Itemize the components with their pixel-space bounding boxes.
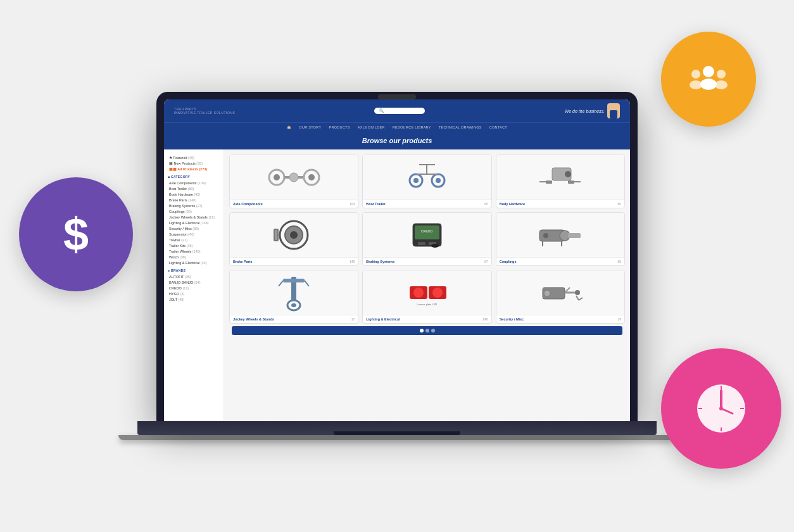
svg-point-0 — [703, 66, 714, 77]
logo: TrailParts Innovative Trailer Solutions — [174, 107, 235, 115]
page-title: Browse our products — [362, 137, 432, 144]
nav-home[interactable]: 🏠 — [287, 125, 291, 129]
product-card-brake[interactable]: Brake Parts 145 — [229, 212, 358, 266]
sidebar-brake-parts[interactable]: Brake Parts (140) — [168, 197, 220, 203]
product-card-axle[interactable]: Axle Components 104 — [229, 155, 358, 208]
product-image-boat — [363, 155, 491, 200]
svg-point-37 — [290, 231, 298, 239]
product-card-lighting[interactable]: Licence plate LED Lighting & Electrical … — [362, 270, 491, 324]
product-card-body[interactable]: Body Hardware 80 — [496, 155, 625, 208]
page-title-bar: Browse our products — [164, 132, 630, 149]
sidebar-banjo[interactable]: BANJO BANJO (54) — [168, 279, 220, 285]
sidebar-featured[interactable]: Featured (46) — [168, 155, 220, 160]
sidebar-jockey-wheels[interactable]: Jockey Wheels & Stands (11) — [168, 214, 220, 220]
nav-contact[interactable]: CONTACT — [489, 125, 507, 129]
svg-point-21 — [289, 173, 298, 182]
nav-resource-library[interactable]: RESOURCE LIBRARY — [393, 125, 431, 129]
sidebar-body-hardware[interactable]: Body Hardware (42) — [168, 191, 220, 197]
svg-point-25 — [436, 178, 441, 183]
product-count-couplings: 58 — [617, 260, 621, 263]
sidebar-winch[interactable]: Winch (38) — [168, 254, 220, 260]
svg-rect-15 — [610, 110, 617, 118]
product-name-boat: Boat Trailer — [366, 202, 385, 206]
page-dot-1[interactable] — [420, 329, 424, 332]
product-name-brake: Brake Parts — [233, 260, 253, 263]
nav-products[interactable]: PRODUCTS — [329, 125, 350, 129]
products-area: Axle Components 104 — [224, 149, 630, 421]
page-dot-3[interactable] — [431, 329, 435, 332]
svg-point-1 — [700, 79, 717, 90]
product-count-lighting: 148 — [482, 317, 488, 321]
clock-circle — [661, 348, 781, 469]
product-count-brake: 145 — [350, 260, 355, 263]
sidebar-security[interactable]: Security / Misc (65) — [168, 225, 220, 231]
sidebar-hygo[interactable]: HYGO (3) — [168, 291, 220, 296]
product-card-jockey[interactable]: Jockey Wheels & Stands 17 — [229, 270, 358, 324]
product-count-body: 80 — [617, 202, 621, 206]
product-info-lighting: Lighting & Electrical 148 — [363, 315, 491, 323]
product-name-braking: Braking Systems — [366, 260, 394, 263]
search-input[interactable] — [374, 108, 425, 114]
svg-rect-43 — [418, 242, 425, 245]
sidebar-braking-systems[interactable]: Braking Systems (27) — [168, 203, 220, 208]
laptop-foot — [118, 435, 676, 440]
product-card-security[interactable]: Security / Misc 19 — [496, 270, 625, 324]
svg-point-3 — [690, 80, 702, 89]
sidebar-trailer-wheels[interactable]: Trailer Wheels (140) — [168, 248, 220, 254]
svg-point-23 — [413, 178, 419, 183]
sidebar-axle-components[interactable]: Axle Components (104) — [168, 180, 220, 186]
laptop-screen: TrailParts Innovative Trailer Solutions … — [156, 92, 638, 421]
product-name-body: Body Hardware — [500, 202, 525, 206]
nav-axle-builder[interactable]: AXLE BUILDER — [358, 125, 385, 129]
sidebar-couplings[interactable]: Couplings (30) — [168, 208, 220, 214]
product-card-braking[interactable]: CREDO Braking Systems 87 — [362, 212, 491, 266]
svg-line-69 — [579, 298, 583, 300]
nav-our-story[interactable]: OUR STORY — [299, 125, 321, 129]
svg-line-68 — [576, 296, 579, 300]
sidebar-autofit[interactable]: AUTOFIT (35) — [168, 274, 220, 279]
main-content: Featured (46) New Products (35) All Prod… — [164, 149, 630, 421]
product-name-couplings: Couplings — [500, 260, 517, 263]
sidebar-lighting2[interactable]: Lighting & Electrical (42) — [168, 260, 220, 265]
sidebar-towbar[interactable]: Towbar (21) — [168, 237, 220, 243]
svg-text:Licence plate LED: Licence plate LED — [417, 303, 438, 306]
site-header: TrailParts Innovative Trailer Solutions … — [164, 99, 630, 122]
sidebar-new-products[interactable]: New Products (35) — [168, 160, 220, 166]
group-circle — [661, 32, 756, 127]
product-name-lighting: Lighting & Electrical — [366, 317, 400, 321]
svg-point-60 — [413, 288, 424, 298]
svg-point-4 — [717, 70, 726, 79]
sidebar-all-products[interactable]: All Products (273) — [168, 166, 220, 172]
page-dot-2[interactable] — [425, 329, 429, 332]
laptop-container: TrailParts Innovative Trailer Solutions … — [118, 92, 676, 440]
svg-point-49 — [543, 233, 548, 238]
sidebar-credo[interactable]: CREDO (11) — [168, 285, 220, 291]
product-image-couplings — [496, 213, 624, 257]
product-count-jockey: 17 — [351, 317, 355, 321]
product-count-axle: 104 — [350, 202, 355, 206]
product-card-boat[interactable]: Boat Trailer 80 — [362, 155, 491, 208]
dollar-icon: $ — [63, 208, 89, 260]
svg-point-5 — [715, 80, 728, 89]
sidebar-jolt[interactable]: JOLT (48) — [168, 296, 220, 302]
sidebar-trailer-kits[interactable]: Trailer Kits (38) — [168, 243, 220, 248]
svg-point-54 — [291, 303, 296, 307]
svg-point-64 — [544, 290, 550, 296]
screen-inner: TrailParts Innovative Trailer Solutions … — [164, 99, 630, 421]
site-nav: 🏠 OUR STORY PRODUCTS AXLE BUILDER RESOUR… — [164, 122, 630, 132]
product-image-jockey — [230, 270, 358, 315]
group-icon — [683, 60, 734, 98]
sidebar-suspension[interactable]: Suspension (40) — [168, 231, 220, 237]
svg-point-30 — [565, 171, 571, 177]
sidebar-boat-trailer[interactable]: Boat Trailer (80) — [168, 186, 220, 191]
logo-tagline: Innovative Trailer Solutions — [174, 111, 235, 115]
svg-point-2 — [691, 70, 700, 79]
nav-technical-drawings[interactable]: TECHNICAL DRAWINGS — [439, 125, 482, 129]
product-count-security: 19 — [617, 317, 621, 321]
product-card-couplings[interactable]: Couplings 58 — [496, 212, 625, 266]
sidebar-lighting[interactable]: Lighting & Electrical (148) — [168, 220, 220, 225]
pagination-bar — [232, 326, 622, 335]
header-tagline: We do the business. — [565, 103, 620, 118]
product-info-couplings: Couplings 58 — [496, 257, 624, 265]
product-info-body: Body Hardware 80 — [496, 200, 624, 208]
